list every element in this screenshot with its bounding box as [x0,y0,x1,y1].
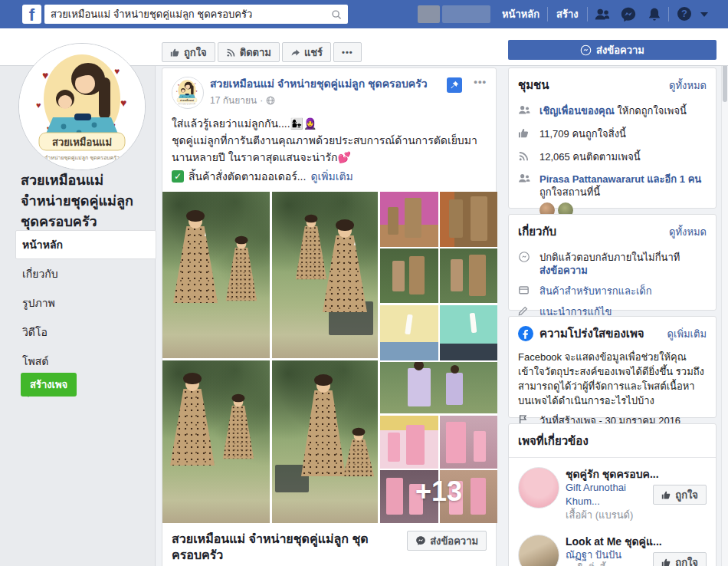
sidebar-item-about[interactable]: เกี่ยวกับ [15,259,156,288]
invite-friends-link[interactable]: เชิญเพื่อนของคุณ [539,105,615,117]
post-footer-title-block[interactable]: สวยเหมือนแม่ จำหน่ายชุดคู่แม่ลูก ชุดครอบ… [172,531,402,566]
like-thumb-icon [661,558,671,566]
facebook-page: ♥ ♥ ♥ ♥ ♥ ♥ สวยเหมือนแม่ จำหน่ายชุดค [0,0,728,566]
related-page-item: ชุดคู่รัก ชุดครอบค... Gift Arunothai Khu… [518,467,707,522]
pinned-post-card: สวยเหมือนแม่ จำหน่ายชุดคู่แม่ลูก ชุดครอบ… [162,67,497,566]
search-icon [331,9,342,20]
post-text-line2: ชุดคู่แม่ลูกที่การันตีงานคุณภาพด้วยประสบ… [172,132,487,166]
send-message-button-primary[interactable]: ส่งข้อความ [508,40,717,60]
post-photo-7[interactable]: +13 [380,416,497,523]
related-page-title-link[interactable]: Look at Me ชุดคู่แ... [566,535,647,548]
post-photo-2[interactable] [272,192,378,358]
related-page-avatar[interactable] [518,535,559,566]
place-likes-icon [518,173,532,185]
profile-photo-redacted[interactable] [418,5,440,23]
transparency-body: Facebook จะแสดงข้อมูลเพื่อช่วยให้คุณเข้า… [518,350,707,408]
page-category-link[interactable]: สินค้าสำหรับทารกและเด็ก [539,285,652,298]
related-like-label: ถูกใจ [675,554,698,566]
search-input[interactable] [51,8,331,20]
related-like-button[interactable]: ถูกใจ [653,552,707,566]
invite-friends-icon [518,104,532,117]
post-photo-3[interactable] [162,360,270,523]
nav-separator [668,7,669,21]
post-page-name-link[interactable]: สวยเหมือนแม่ จำหน่ายชุดคู่แม่ลูก ชุดครอบ… [210,77,428,91]
messenger-glyph-icon [415,535,426,546]
post-date[interactable]: 17 กันยายน [210,93,257,107]
related-like-button[interactable]: ถูกใจ [653,485,707,505]
like-thumb-icon [661,490,671,500]
page-title-line: สวยเหมือนแม่ [21,170,159,191]
sidebar-item-photos[interactable]: รูปภาพ [15,288,156,318]
scrollbar-track [721,28,728,566]
create-page-button[interactable]: สร้างเพจ [21,373,77,397]
like-thumb-icon [170,48,180,58]
send-message-label: ส่งข้อความ [596,42,644,58]
pinned-post-icon [447,77,462,93]
transparency-see-more-link[interactable]: ดูเพิ่มเติม [667,326,707,342]
send-message-button-post[interactable]: ส่งข้อความ [407,531,487,551]
post-meta: สวยเหมือนแม่ จำหน่ายชุดคู่แม่ลูก ชุดครอบ… [210,77,428,109]
post-photo-1[interactable] [162,192,270,358]
facebook-circle-icon [518,326,533,341]
related-page-avatar[interactable] [518,467,559,508]
about-send-message-link[interactable]: ส่งข้อความ [539,264,680,277]
related-pages-card: เพจที่เกี่ยวข้อง ชุดคู่รัก ชุดครอบค... G… [508,423,717,566]
nav-home-link[interactable]: หน้าหลัก [502,0,539,28]
account-caret-icon[interactable] [700,12,708,17]
more-actions-button[interactable]: ••• [333,42,362,62]
related-divider [509,457,716,458]
like-page-button[interactable]: ถูกใจ [162,42,215,62]
nav-create-link[interactable]: สร้าง [556,0,579,28]
post-text-line3: ✓ สิ้นค้าสั่งตัดตามออเดอร์... ดูเพิ่มเติ… [172,168,487,185]
globe-icon [266,96,275,105]
post-photo-4[interactable] [272,360,378,523]
related-page-title-link[interactable]: ชุดคู่รัก ชุดครอบค... [566,467,647,481]
about-card: เกี่ยวกับ ดูทั้งหมด ปกติแล้วตอบกลับภายใน… [508,214,717,311]
about-see-all-link[interactable]: ดูทั้งหมด [669,224,707,240]
sidebar-item-posts[interactable]: โพสต์ [15,347,156,376]
verified-check-icon: ✓ [172,170,184,183]
followers-count: 12,065 คนติดตามเพจนี้ [539,150,641,163]
right-rail: ชุมชน ดูทั้งหมด เชิญเพื่อนของคุณ ให้กดถู… [508,67,717,566]
see-more-link[interactable]: ดูเพิ่มเติม [310,168,353,185]
post-photo-6[interactable] [380,305,497,413]
help-icon[interactable]: ? [677,7,691,21]
post-avatar[interactable] [172,77,204,109]
profile-name-redacted[interactable] [442,5,490,23]
related-page-text: Look at Me ชุดคู่แ... ณัฏฐา ปันปัน ถูกใจ… [566,535,647,566]
send-message-post-label: ส่งข้อความ [430,533,478,549]
page-action-bar: ถูกใจ ติดตาม แชร์ ••• [162,42,362,62]
followers-rss-icon [518,150,532,163]
place-likes-link[interactable]: Pirasa Pattanawararut และอีก 1 คน [539,173,701,185]
more-dots-icon: ••• [342,48,353,57]
post-photo-5[interactable] [380,192,497,303]
community-card: ชุมชน ดูทั้งหมด เชิญเพื่อนของคุณ ให้กดถู… [508,67,717,209]
community-header: ชุมชน [518,76,549,94]
category-tag-icon [518,285,532,297]
like-page-label: ถูกใจ [184,44,207,61]
search-box [44,5,348,24]
follow-button[interactable]: ติดตาม [218,42,280,62]
related-page-subtitle-link[interactable]: ณัฏฐา ปันปัน [566,549,621,561]
post-more-menu[interactable]: ••• [474,76,487,87]
facebook-logo[interactable]: f [22,5,41,24]
share-button[interactable]: แชร์ [282,42,331,62]
sidebar-item-videos[interactable]: วิดีโอ [15,318,156,347]
page-title: สวยเหมือนแม่ จำหน่ายชุดคู่แม่ลูก ชุดครอบ… [21,170,159,232]
messenger-icon[interactable] [620,6,637,23]
post-text-line1: ใส่แล้วรู้เลยว่าแม่ลูกกัน....👩‍👧🧕 [172,115,487,132]
sidebar-item-home[interactable]: หน้าหลัก [15,230,156,259]
friend-requests-icon[interactable] [594,6,611,23]
transparency-card: ความโปร่งใสของเพจ ดูเพิ่มเติม Facebook จ… [508,316,717,418]
community-see-all-link[interactable]: ดูทั้งหมด [669,77,707,94]
post-footer: สวยเหมือนแม่ จำหน่ายชุดคู่แม่ลูก ชุดครอบ… [162,523,496,566]
related-page-subtitle-link[interactable]: Gift Arunothai Khum... [566,482,626,507]
likes-thumb-icon [518,127,532,140]
page-profile-picture[interactable] [18,43,146,170]
notifications-icon[interactable] [646,6,663,23]
likes-count: 11,709 คนถูกใจสิ่งนี้ [539,127,626,140]
post-text: ใส่แล้วรู้เลยว่าแม่ลูกกัน....👩‍👧🧕 ชุดคู่… [162,109,496,185]
page-title-line: ชุดครอบครัว [21,212,159,232]
follow-rss-icon [226,48,236,58]
transparency-header: ความโปร่งใสของเพจ [539,324,644,343]
